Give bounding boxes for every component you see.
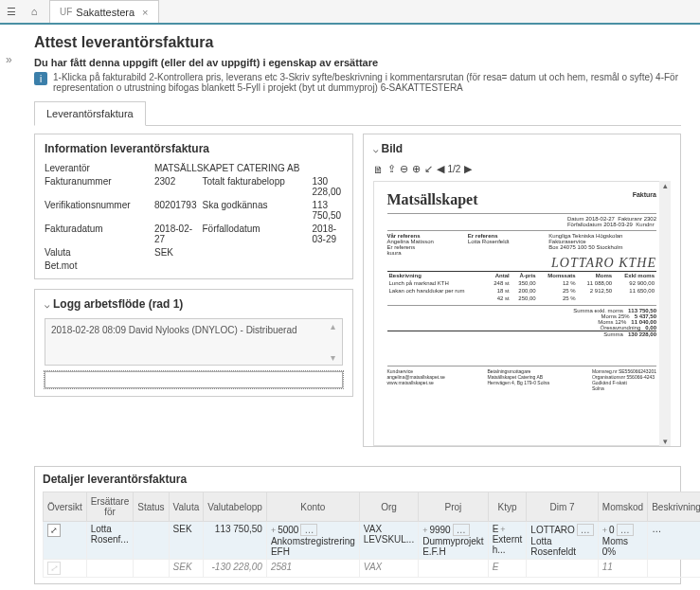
log-entry: 2018-02-28 08:09 David Nylooks (DNYLOC) … [51,325,297,335]
main-content: Attest leverantörsfaktura Du har fått de… [0,25,700,590]
image-panel-title[interactable]: ⌵Bild [373,142,672,155]
val-due: 2018-03-29 [313,223,343,244]
col-amount[interactable]: Valutabelopp [204,492,267,522]
invoice-company: Matsällskapet [387,191,478,208]
tab-leverantorsfaktura[interactable]: Leverantörsfaktura [34,101,146,126]
details-panel: Detaljer leverantörsfaktura Översikt Ers… [34,466,681,584]
cell-substitute: Lotta Rosenf... [86,522,134,560]
lbl-supplier: Leverantör [45,163,149,173]
row-expand-icon[interactable]: ⤢ [47,562,61,575]
row-expand-icon[interactable]: ⤢ [47,524,61,537]
instructions-text: 1-Klicka på fakturabild 2-Kontrollera pr… [53,72,681,93]
lookup-desc-icon[interactable]: … [652,524,661,534]
fit-icon[interactable]: ↙ [424,163,433,175]
scroll-up-icon[interactable]: ▴ [663,181,668,190]
preview-scrollbar[interactable]: ▴ ▾ [659,181,671,446]
col-proj[interactable]: Proj [419,492,488,522]
col-account[interactable]: Konto [266,492,359,522]
info-panel-title: Information leverantörsfaktura [45,142,343,155]
info-banner: i 1-Klicka på fakturabild 2-Kontrollera … [34,72,681,93]
lookup-vat-icon[interactable]: … [617,524,634,536]
lbl-verif: Verifikationsnummer [45,200,149,221]
val-invoice-no: 2302 [154,176,197,197]
cell-currency: SEK [169,522,204,560]
log-scroll[interactable]: ▴▾ [331,321,340,363]
col-overview[interactable]: Översikt [44,492,87,522]
log-panel-title[interactable]: ⌵Logg arbetsflöde (rad 1) [45,297,343,311]
tab-row: Leverantörsfaktura [34,100,681,126]
details-title: Detaljer leverantörsfaktura [43,473,673,486]
info-panel: Information leverantörsfaktura Leverantö… [34,134,353,279]
info-icon: i [34,72,47,85]
export-icon[interactable]: ⇪ [387,163,396,175]
lbl-due: Förfallodatum [203,223,307,244]
lbl-payto: Bet.mot [45,260,149,271]
val-currency: SEK [154,247,197,258]
zoom-in-icon[interactable]: ⊕ [412,163,421,175]
table-row[interactable]: ⤢ SEK -130 228,00 2581 VAX E 11 [44,560,701,578]
pager-text: 1/2 [448,164,461,174]
close-icon[interactable]: × [142,7,148,18]
caret-icon: ⌵ [45,300,49,310]
lookup-account-icon[interactable]: … [300,524,317,536]
col-substitute[interactable]: Ersättare för [86,492,134,522]
page-subtitle: Du har fått denna uppgift (eller del av … [34,57,681,68]
lbl-total: Totalt fakturabelopp [203,176,307,197]
document-icon[interactable]: 🗎 [373,164,384,175]
val-supplier[interactable]: MATSÄLLSKAPET CATERING AB [154,163,343,173]
lookup-proj-icon[interactable]: … [453,524,470,536]
cell-amount: 113 750,50 [204,522,267,560]
val-invdate: 2018-02-27 [154,223,197,244]
tab-title: Sakattestera [76,7,135,18]
col-ktyp[interactable]: Ktyp [488,492,527,522]
val-total: 130 228,00 [313,176,343,197]
expand-toggle-icon[interactable]: » [6,53,12,66]
invoice-preview[interactable]: Matsällskapet Faktura Datum 2018-02-27 F… [373,181,672,446]
tab-prefix: UF [60,7,72,17]
tab-sakattestera[interactable]: UF Sakattestera × [49,0,159,23]
menu-icon[interactable]: ☰ [0,0,23,23]
table-row[interactable]: ⤢ Lotta Rosenf... SEK 113 750,50 +5000…A… [44,522,701,560]
val-approve: 113 750,50 [313,200,343,221]
invoice-lines: BeskrivningAntalÀ-prisMomssatsMomsExkl m… [387,272,657,302]
col-desc[interactable]: Beskrivning [648,492,700,522]
lookup-dim7-icon[interactable]: … [577,524,594,536]
col-vatcode[interactable]: Momskod [598,492,647,522]
lbl-invoice-no: Fakturanummer [45,176,149,197]
image-toolbar: 🗎 ⇪ ⊖ ⊕ ↙ ◀ 1/2 ▶ [373,163,672,175]
home-icon[interactable]: ⌂ [23,0,45,23]
lbl-invdate: Fakturadatum [45,223,149,244]
val-verif: 80201793 [154,200,197,221]
page-title: Attest leverantörsfaktura [34,34,681,51]
log-comment-input[interactable] [45,371,343,388]
scroll-down-icon[interactable]: ▾ [663,437,668,446]
next-page-icon[interactable]: ▶ [464,163,472,175]
col-currency[interactable]: Valuta [169,492,204,522]
image-panel: ⌵Bild 🗎 ⇪ ⊖ ⊕ ↙ ◀ 1/2 ▶ Matsällskapet Fa… [363,134,682,447]
log-panel: ⌵Logg arbetsflöde (rad 1) 2018-02-28 08:… [34,289,353,397]
log-box: 2018-02-28 08:09 David Nylooks (DNYLOC) … [45,318,343,366]
val-payto [154,260,197,271]
col-status[interactable]: Status [134,492,169,522]
prev-page-icon[interactable]: ◀ [437,163,444,175]
lbl-approve: Ska godkännas [203,200,307,221]
col-org[interactable]: Org [359,492,418,522]
topbar: ☰ ⌂ UF Sakattestera × [0,0,700,25]
details-table: Översikt Ersättare för Status Valuta Val… [43,492,700,578]
invoice-signature: LOTTARO KTHE [387,256,657,272]
caret-icon: ⌵ [373,145,378,154]
lbl-currency: Valuta [45,247,149,258]
zoom-out-icon[interactable]: ⊖ [400,163,408,175]
col-dim7[interactable]: Dim 7 [527,492,598,522]
